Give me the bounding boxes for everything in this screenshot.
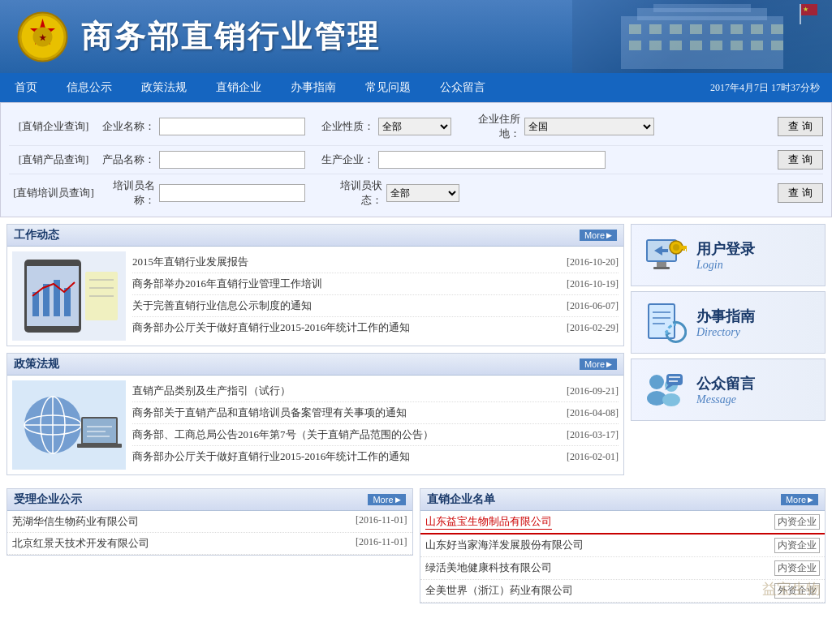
enterprise-name-2: 绿活美地健康科技有限公司 <box>425 560 552 576</box>
work-news-item-0[interactable]: 2015年直销行业发展报告 [2016-10-20] <box>132 251 619 273</box>
trainer-status-select[interactable]: 全部 正常 注销 <box>386 184 459 202</box>
enterprise-list-header: 直销企业名单 More <box>420 489 826 511</box>
svg-rect-23 <box>751 41 763 50</box>
policy-item-text-2: 商务部、工商总局公告2016年第7号（关于直销产品范围的公告） <box>132 427 558 442</box>
policy-news-list: 直销产品类别及生产指引（试行） [2016-09-21] 商务部关于直销产品和直… <box>132 380 619 470</box>
policy-item-text-3: 商务部办公厅关于做好直销行业2015-2016年统计工作的通知 <box>132 449 558 464</box>
enterprise-name-1: 山东好当家海洋发展股份有限公司 <box>425 538 584 553</box>
svg-point-57 <box>673 244 679 251</box>
enterprise-list-content: 山东益宝生物制品有限公司 内资企业 山东好当家海洋发展股份有限公司 内资企业 绿… <box>420 511 826 603</box>
svg-rect-9 <box>629 24 641 34</box>
enterprise-name-0: 山东益宝生物制品有限公司 <box>425 514 552 530</box>
svg-rect-47 <box>77 444 122 448</box>
nav-item-message[interactable]: 公众留言 <box>425 73 500 102</box>
policy-item-date-2: [2016-03-17] <box>567 429 619 441</box>
svg-text:★: ★ <box>39 33 47 42</box>
work-news-image <box>12 251 126 341</box>
accepted-name-1: 北京红景天技术开发有限公司 <box>12 536 149 551</box>
sidebar-guide-text: 办事指南 Directory <box>696 307 817 339</box>
work-news-item-2[interactable]: 关于完善直销行业信息公示制度的通知 [2016-06-07] <box>132 295 619 317</box>
svg-rect-21 <box>710 41 722 50</box>
accepted-name-0: 芜湖华信生物药业有限公司 <box>12 514 139 529</box>
accepted-item-1[interactable]: 北京红景天技术开发有限公司 [2016-11-01] <box>7 533 412 555</box>
trainer-search-label: [直销培训员查询] <box>9 186 98 200</box>
guide-icon <box>640 300 688 345</box>
product-company-input[interactable] <box>378 151 606 169</box>
policy-more-button[interactable]: More <box>580 358 617 370</box>
work-news-item-text-2: 关于完善直销行业信息公示制度的通知 <box>132 298 558 313</box>
sidebar-guide-zh: 办事指南 <box>696 307 817 326</box>
enterprise-item-3[interactable]: 全美世界（浙江）药业有限公司 外资企业 <box>420 580 826 603</box>
sidebar-login-box[interactable]: 用户登录 Login <box>631 224 826 286</box>
policy-title: 政策法规 <box>14 357 59 371</box>
nav-item-enterprise[interactable]: 直销企业 <box>201 73 276 102</box>
sidebar-login-en: Login <box>696 259 817 272</box>
sidebar-message-box[interactable]: 公众留言 Message <box>631 358 826 421</box>
nav-item-faq[interactable]: 常见问题 <box>351 73 425 102</box>
work-news-title: 工作动态 <box>14 228 59 243</box>
svg-rect-12 <box>690 24 702 34</box>
enterprise-item-2[interactable]: 绿活美地健康科技有限公司 内资企业 <box>420 557 826 580</box>
product-query-button[interactable]: 查 询 <box>778 150 823 170</box>
accepted-title: 受理企业公示 <box>14 492 82 507</box>
trainer-status-label: 培训员状态： <box>321 178 386 208</box>
policy-header: 政策法规 More <box>7 354 623 376</box>
nav-item-home[interactable]: 首页 <box>0 73 52 102</box>
policy-item-text-0: 直销产品类别及生产指引（试行） <box>132 384 558 398</box>
work-news-content: 2015年直销行业发展报告 [2016-10-20] 商务部举办2016年直销行… <box>7 247 623 346</box>
policy-item-3[interactable]: 商务部办公厅关于做好直销行业2015-2016年统计工作的通知 [2016-02… <box>132 446 619 467</box>
policy-item-2[interactable]: 商务部、工商总局公告2016年第7号（关于直销产品范围的公告） [2016-03… <box>132 424 619 446</box>
accepted-date-1: [2016-11-01] <box>356 536 407 551</box>
bottom-area: 受理企业公示 More 芜湖华信生物药业有限公司 [2016-11-01] 北京… <box>0 488 832 616</box>
accepted-section-box: 受理企业公示 More 芜湖华信生物药业有限公司 [2016-11-01] 北京… <box>6 488 413 556</box>
work-news-item-text-0: 2015年直销行业发展报告 <box>132 255 558 269</box>
enterprise-type-3: 外资企业 <box>774 583 820 599</box>
policy-item-1[interactable]: 商务部关于直销产品和直销培训员备案管理有关事项的通知 [2016-04-08] <box>132 402 619 424</box>
nav-bar: 首页 信息公示 政策法规 直销企业 办事指南 常见问题 公众留言 2017年4月… <box>0 73 832 102</box>
accepted-item-0[interactable]: 芜湖华信生物药业有限公司 [2016-11-01] <box>7 511 412 533</box>
nav-datetime: 2017年4月7日 17时37分秒 <box>710 81 832 95</box>
accepted-more-button[interactable]: More <box>368 494 405 505</box>
svg-point-69 <box>649 375 664 389</box>
enterprise-item-1[interactable]: 山东好当家海洋发展股份有限公司 内资企业 <box>420 535 826 557</box>
trainer-name-label: 培训员名称： <box>98 178 159 208</box>
enterprise-type-0: 内资企业 <box>774 514 820 530</box>
nav-item-guide[interactable]: 办事指南 <box>276 73 351 102</box>
enterprise-list-section: 直销企业名单 More 山东益宝生物制品有限公司 内资企业 山东好当家海洋发展股… <box>420 488 826 610</box>
accepted-date-0: [2016-11-01] <box>356 514 407 529</box>
svg-rect-32 <box>43 284 50 316</box>
svg-rect-60 <box>683 246 685 251</box>
enterprise-nature-select[interactable]: 全部 内资企业 外资企业 <box>378 118 451 135</box>
work-news-item-1[interactable]: 商务部举办2016年直销行业管理工作培训 [2016-10-19] <box>132 273 619 295</box>
enterprise-query-button[interactable]: 查 询 <box>778 117 823 136</box>
enterprise-name-input[interactable] <box>159 118 305 135</box>
enterprise-list-box: 直销企业名单 More 山东益宝生物制品有限公司 内资企业 山东好当家海洋发展股… <box>420 488 826 603</box>
enterprise-search-label: [直销企业查询] <box>9 119 98 134</box>
login-icon <box>640 233 688 277</box>
svg-rect-25 <box>800 4 801 24</box>
sidebar-guide-box[interactable]: 办事指南 Directory <box>631 291 826 354</box>
sidebar-login-zh: 用户登录 <box>696 239 817 259</box>
header: ★ 商务部直销行业管理 <box>0 0 832 73</box>
emblem-icon: ★ <box>16 11 69 63</box>
work-news-more-button[interactable]: More <box>580 230 617 241</box>
enterprise-address-select[interactable]: 全国 <box>524 118 654 135</box>
svg-point-72 <box>662 393 680 406</box>
nav-item-info[interactable]: 信息公示 <box>52 73 127 102</box>
policy-image <box>12 380 126 470</box>
work-news-item-date-1: [2016-10-19] <box>567 278 619 290</box>
trainer-name-input[interactable] <box>159 184 305 202</box>
nav-item-policy[interactable]: 政策法规 <box>127 73 201 102</box>
svg-rect-73 <box>666 374 683 385</box>
policy-item-0[interactable]: 直销产品类别及生产指引（试行） [2016-09-21] <box>132 380 619 402</box>
work-news-item-3[interactable]: 商务部办公厅关于做好直销行业2015-2016年统计工作的通知 [2016-02… <box>132 317 619 338</box>
enterprise-type-1: 内资企业 <box>774 538 820 553</box>
policy-item-date-0: [2016-09-21] <box>567 385 619 397</box>
enterprise-list-more-button[interactable]: More <box>781 494 818 505</box>
search-area: [直销企业查询] 企业名称： 企业性质： 全部 内资企业 外资企业 企业住所地：… <box>0 102 832 217</box>
trainer-query-button[interactable]: 查 询 <box>778 183 823 203</box>
product-name-input[interactable] <box>159 151 305 169</box>
product-name-label: 产品名称： <box>98 152 159 167</box>
enterprise-item-0[interactable]: 山东益宝生物制品有限公司 内资企业 <box>420 511 826 535</box>
work-news-item-text-3: 商务部办公厅关于做好直销行业2015-2016年统计工作的通知 <box>132 320 558 335</box>
